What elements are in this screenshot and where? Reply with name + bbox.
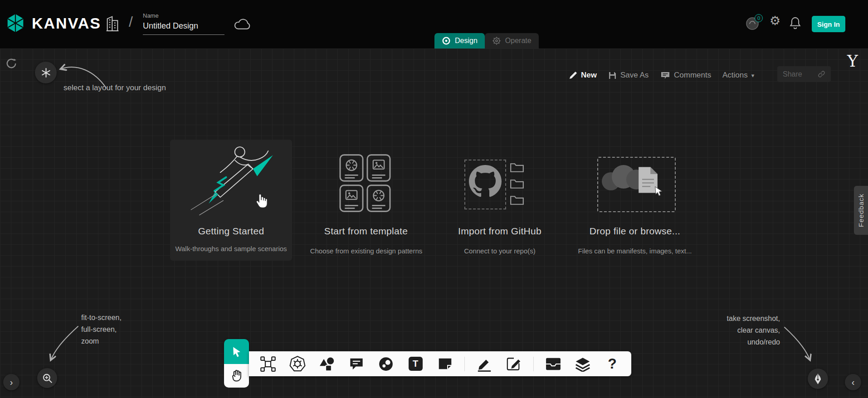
cursor-arrow-icon: [231, 346, 243, 358]
kubernetes-tool-button[interactable]: [288, 354, 307, 374]
notifications-bell-icon[interactable]: [790, 16, 801, 29]
template-title: Start from template: [305, 226, 427, 237]
pencil-icon: [569, 71, 577, 80]
help-tool-button[interactable]: ?: [602, 354, 622, 374]
new-button[interactable]: New: [569, 68, 597, 82]
zoom-magnifier-icon: [42, 373, 53, 383]
pen-nib-icon: [813, 373, 823, 385]
template-card-image-icon: [366, 154, 391, 182]
hand-icon: [231, 369, 243, 382]
zoom-button[interactable]: [37, 368, 57, 388]
new-label: New: [581, 71, 597, 80]
layout-hint-text: select a layout for your design: [63, 83, 166, 92]
brand[interactable]: KANVAS: [5, 13, 101, 33]
github-octocat-icon[interactable]: [469, 165, 502, 198]
screenshot-hint-arrow: [779, 324, 820, 366]
breadcrumb-slash: /: [129, 14, 133, 30]
pen-draw-icon: [477, 356, 492, 372]
bottom-right-hints: take screenshot, clear canvas, undo/redo: [711, 313, 780, 348]
pan-tool-button[interactable]: [224, 364, 249, 388]
loading-spinner-icon: [5, 58, 17, 69]
shapes-tool-button[interactable]: [317, 354, 337, 374]
sign-in-button[interactable]: Sign In: [812, 16, 845, 32]
template-card-image-icon: [339, 184, 364, 212]
kanvas-app: KANVAS / Name Design Operate: [0, 0, 868, 398]
comments-button[interactable]: Comments: [660, 68, 711, 82]
design-name-input[interactable]: [143, 20, 224, 35]
drop-title: Drop file or browse...: [587, 226, 683, 237]
repo-folder-icon: [510, 162, 524, 173]
chevron-right-icon: ›: [10, 378, 13, 387]
github-caption: Connect to your repo(s): [454, 247, 545, 255]
annotate-tool-button[interactable]: [504, 354, 524, 374]
brand-name: KANVAS: [32, 15, 101, 32]
tab-design[interactable]: Design: [434, 33, 485, 49]
layout-asterisk-icon: [41, 68, 51, 78]
github-title: Import from GitHub: [454, 226, 545, 237]
settings-gear-icon[interactable]: ⚙: [770, 15, 780, 27]
getting-started-card[interactable]: Getting Started Walk-throughs and sample…: [170, 140, 292, 261]
comment-icon: [349, 357, 364, 371]
template-card-aperture-icon: [339, 154, 364, 182]
feedback-tab[interactable]: Feedback: [854, 186, 868, 235]
template-caption: Choose from existing design patterns: [299, 247, 433, 255]
repo-folder-icon: [510, 195, 524, 206]
shapes-icon: [319, 356, 335, 372]
save-as-button[interactable]: Save As: [608, 68, 649, 82]
select-tool-button[interactable]: [224, 339, 249, 364]
getting-started-illustration: [173, 141, 289, 223]
catalog-icon: [378, 356, 394, 372]
layers-tool-button[interactable]: [573, 354, 593, 374]
zoom-hint-arrow: [43, 323, 83, 366]
drop-cursor-icon: [653, 186, 663, 196]
text-tool-button[interactable]: T: [405, 354, 425, 374]
comments-bubble-icon: [660, 71, 670, 80]
catalog-tool-button[interactable]: [376, 354, 396, 374]
share-button[interactable]: Share: [777, 66, 831, 82]
component-icon: [260, 356, 276, 372]
tab-operate[interactable]: Operate: [485, 33, 539, 49]
note-tool-button[interactable]: [435, 354, 455, 374]
comments-label: Comments: [674, 71, 711, 80]
layout-select-button[interactable]: [35, 62, 57, 83]
expand-left-panel-button[interactable]: ›: [3, 374, 20, 390]
help-question-icon: ?: [608, 355, 617, 372]
save-as-label: Save As: [620, 71, 649, 80]
workspace-building-icon[interactable]: [106, 15, 119, 32]
tab-operate-label: Operate: [505, 37, 532, 45]
collapse-right-panel-button[interactable]: ‹: [845, 374, 861, 390]
design-name-label: Name: [143, 12, 159, 19]
layers-icon: [575, 356, 591, 372]
drawer-tool-button[interactable]: [543, 354, 563, 374]
repo-folder-icon: [510, 179, 524, 189]
getting-started-caption: Walk-throughs and sample scenarios: [170, 245, 292, 252]
bottom-left-hints: fit-to-screen, full-screen, zoom: [81, 312, 122, 347]
mouse-cursor: [255, 194, 268, 209]
tab-design-label: Design: [455, 37, 478, 45]
save-floppy-icon: [608, 71, 617, 80]
canvas-y-logo: Y: [847, 52, 858, 70]
draw-tool-button[interactable]: [474, 354, 494, 374]
actions-label: Actions: [722, 71, 748, 80]
share-link-icon: [818, 70, 825, 78]
comment-tool-button[interactable]: [346, 354, 366, 374]
drawer-icon: [545, 357, 561, 371]
pen-mode-button[interactable]: [808, 369, 828, 389]
sticky-note-icon: [438, 357, 453, 370]
text-tool-icon: T: [409, 357, 423, 371]
design-mode-icon: [442, 36, 451, 45]
drop-caption: Files can be manifests, images, text...: [575, 247, 695, 255]
component-tool-button[interactable]: [258, 354, 278, 374]
caret-down-icon: ▾: [751, 72, 755, 79]
chevron-left-icon: ‹: [852, 378, 855, 387]
actions-dropdown[interactable]: Actions ▾: [722, 68, 754, 82]
operate-mode-icon: [492, 36, 501, 45]
template-option[interactable]: [339, 154, 391, 212]
pen-box-icon: [506, 356, 522, 372]
cloud-sync-icon: [234, 18, 251, 30]
template-card-aperture-icon: [366, 184, 391, 212]
toolbar-divider: [533, 357, 534, 371]
mode-tabs: Design Operate: [434, 33, 539, 49]
drop-file-zone[interactable]: [597, 157, 676, 212]
feedback-label: Feedback: [857, 194, 865, 227]
